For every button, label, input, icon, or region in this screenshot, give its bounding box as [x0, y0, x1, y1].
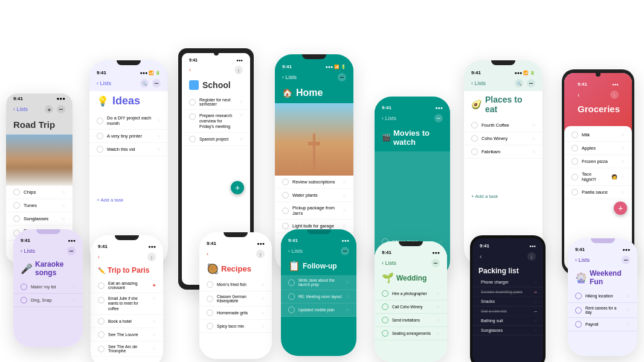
item-circle[interactable]: [13, 189, 20, 195]
star-icon[interactable]: ★: [534, 290, 537, 294]
item-circle[interactable]: [98, 282, 105, 289]
back-btn[interactable]: ‹ Lists: [382, 115, 396, 121]
more-icon[interactable]: ⋮: [610, 91, 619, 99]
back-btn[interactable]: ‹ Lists: [382, 260, 396, 266]
star-icon[interactable]: ☆: [152, 319, 156, 324]
star-icon[interactable]: ☆: [621, 174, 625, 179]
star-icon[interactable]: ☆: [72, 298, 76, 303]
add-task-btn[interactable]: + Add a task: [89, 192, 168, 208]
star-icon[interactable]: ☆: [152, 296, 156, 301]
star-icon[interactable]: ☆: [534, 328, 537, 332]
back-btn[interactable]: ‹: [480, 253, 481, 260]
back-btn[interactable]: ‹ Lists: [471, 80, 486, 86]
item-circle[interactable]: [288, 279, 295, 286]
star-icon[interactable]: ☆: [62, 217, 65, 221]
more-icon[interactable]: •••: [527, 79, 535, 87]
item-circle[interactable]: [207, 296, 213, 302]
item-circle[interactable]: [572, 158, 578, 165]
item-circle[interactable]: [21, 284, 27, 290]
item-circle[interactable]: [13, 215, 20, 222]
star-icon[interactable]: ☆: [343, 180, 346, 185]
more-icon[interactable]: •••: [152, 79, 161, 87]
star-icon[interactable]: ☆: [157, 134, 161, 139]
star-icon[interactable]: ★: [152, 283, 156, 288]
star-icon[interactable]: ☆: [261, 296, 265, 301]
more-icon[interactable]: •••: [57, 105, 65, 113]
back-btn[interactable]: ‹ Lists: [21, 248, 35, 254]
search-icon[interactable]: 🔍: [140, 79, 149, 87]
back-btn[interactable]: ‹ Lists: [575, 257, 590, 263]
item-circle[interactable]: [282, 179, 289, 185]
item-circle[interactable]: [471, 148, 478, 155]
add-task-btn[interactable]: + Add a task: [464, 189, 543, 204]
item-circle[interactable]: [575, 321, 582, 328]
star-icon[interactable]: ☆: [343, 208, 346, 213]
item-circle[interactable]: [13, 202, 20, 209]
star-icon[interactable]: ☆: [621, 133, 625, 138]
item-circle[interactable]: [288, 293, 295, 300]
item-circle[interactable]: [572, 174, 578, 180]
more-icon[interactable]: •••: [434, 114, 443, 122]
star-icon[interactable]: ☆: [152, 346, 156, 351]
star-icon[interactable]: ☆: [239, 100, 243, 104]
item-circle[interactable]: [207, 310, 213, 316]
item-circle[interactable]: [97, 146, 103, 153]
star-icon[interactable]: ☆: [532, 123, 535, 128]
star-icon[interactable]: ☆: [534, 299, 537, 303]
star-icon[interactable]: ☆: [157, 118, 161, 123]
item-circle[interactable]: [207, 281, 213, 288]
star-icon[interactable]: ☆: [62, 203, 65, 208]
item-circle[interactable]: [98, 331, 105, 338]
star-icon[interactable]: ☆: [436, 318, 440, 323]
star-icon[interactable]: ☆: [261, 324, 265, 329]
fab-btn[interactable]: +: [231, 181, 244, 194]
star-icon[interactable]: ☆: [261, 311, 265, 316]
more-icon[interactable]: •••: [622, 256, 630, 264]
more-icon[interactable]: ⋮: [234, 66, 243, 74]
item-circle[interactable]: [382, 330, 388, 337]
star-icon[interactable]: ☆: [72, 285, 76, 290]
star-icon[interactable]: ☆: [439, 240, 443, 244]
item-circle[interactable]: [471, 135, 478, 142]
star-icon[interactable]: ☆: [343, 224, 346, 229]
item-circle[interactable]: [189, 113, 196, 120]
back-btn[interactable]: ‹ Lists: [288, 248, 303, 254]
star-icon[interactable]: ☆: [157, 147, 161, 152]
star-icon[interactable]: ☆: [621, 190, 625, 195]
more-icon[interactable]: •••: [431, 259, 440, 267]
item-circle[interactable]: [21, 297, 27, 303]
item-circle[interactable]: [572, 189, 578, 195]
item-circle[interactable]: [97, 133, 103, 139]
more-icon[interactable]: ⋮: [147, 253, 156, 261]
star-icon[interactable]: ☆: [532, 136, 535, 141]
back-btn[interactable]: ‹ Lists: [282, 74, 297, 80]
item-circle[interactable]: [471, 122, 478, 129]
star-icon[interactable]: ☆: [239, 137, 243, 142]
more-icon[interactable]: ⋮: [256, 250, 265, 258]
item-circle[interactable]: [382, 290, 388, 297]
item-circle[interactable]: [189, 136, 196, 142]
search-icon[interactable]: ⊕: [45, 105, 53, 113]
star-icon[interactable]: ☆: [62, 190, 65, 195]
item-circle[interactable]: [382, 303, 388, 310]
star-icon[interactable]: ☆: [436, 305, 440, 310]
star-icon[interactable]: ☆: [152, 332, 156, 337]
back-btn[interactable]: ‹: [578, 92, 579, 98]
star-icon[interactable]: ☆: [346, 308, 349, 313]
item-circle[interactable]: [282, 192, 289, 198]
item-circle[interactable]: [98, 297, 105, 303]
star-icon[interactable]: ☆: [436, 291, 440, 296]
item-circle[interactable]: [382, 317, 388, 323]
item-circle[interactable]: [207, 323, 213, 329]
item-circle[interactable]: [572, 145, 578, 151]
item-circle[interactable]: [282, 223, 289, 229]
star-icon[interactable]: ☆: [626, 322, 630, 327]
star-icon[interactable]: ☆: [346, 294, 349, 299]
back-btn[interactable]: ‹ Lists: [97, 80, 111, 86]
star-icon[interactable]: ☆: [534, 309, 537, 313]
back-btn[interactable]: ‹: [189, 67, 191, 73]
star-icon[interactable]: ☆: [534, 319, 537, 323]
item-circle[interactable]: [98, 346, 105, 352]
star-icon[interactable]: ☆: [626, 294, 630, 299]
search-icon[interactable]: 🔍: [515, 79, 523, 87]
